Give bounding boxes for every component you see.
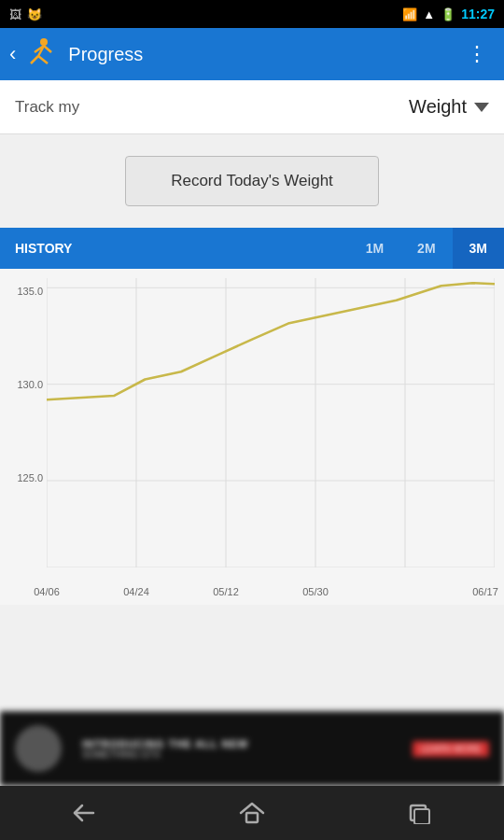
track-type-dropdown[interactable]: Weight — [409, 96, 489, 118]
ad-avatar — [15, 725, 62, 772]
record-weight-button[interactable]: Record Today's Weight — [125, 156, 379, 206]
app-logo — [23, 35, 61, 73]
x-label-2: 04/24 — [123, 586, 149, 597]
x-label-5: 06/17 — [472, 586, 498, 597]
track-my-row: Track my Weight — [0, 80, 504, 134]
ad-banner[interactable]: INTRODUCING THE ALL NEW SOMETHING GTX LE… — [0, 711, 504, 786]
weight-chart: 135.0 130.0 125.0 04/06 04/24 05/12 05/3… — [0, 269, 504, 605]
svg-rect-17 — [246, 813, 258, 822]
status-bar-left: 🖼 😺 — [9, 7, 42, 21]
y-label-130: 130.0 — [0, 379, 43, 390]
tab-2m[interactable]: 2M — [400, 228, 452, 269]
ad-text: INTRODUCING THE ALL NEW SOMETHING GTX — [82, 738, 401, 760]
history-tabs: 1M 2M 3M — [349, 228, 504, 269]
x-label-4: 05/30 — [302, 586, 329, 597]
time-display: 11:27 — [461, 7, 495, 21]
record-button-area: Record Today's Weight — [0, 134, 504, 228]
svg-point-0 — [40, 38, 48, 46]
overflow-menu-button[interactable]: ⋮ — [459, 35, 495, 74]
app-bar: ‹ Progress ⋮ — [0, 28, 504, 80]
dropdown-arrow-icon — [474, 103, 489, 112]
status-bar: 🖼 😺 📶 ▲ 🔋 11:27 — [0, 0, 504, 28]
back-button[interactable]: ‹ — [9, 42, 16, 66]
battery-icon: 🔋 — [441, 7, 455, 21]
y-label-135: 135.0 — [0, 286, 43, 297]
svg-line-4 — [44, 46, 51, 52]
y-label-125: 125.0 — [0, 472, 43, 483]
status-bar-right: 📶 ▲ 🔋 11:27 — [402, 7, 495, 21]
smiley-icon: 😺 — [27, 7, 42, 21]
nav-bar — [0, 786, 504, 840]
svg-line-2 — [31, 56, 38, 63]
x-label-3: 05/12 — [213, 586, 239, 597]
signal-icon: ▲ — [423, 7, 435, 21]
history-label: HISTORY — [0, 241, 349, 256]
ad-line1: INTRODUCING THE ALL NEW — [82, 738, 401, 749]
track-my-label: Track my — [15, 98, 79, 117]
back-nav-button[interactable] — [56, 794, 112, 832]
wifi-icon: 📶 — [402, 7, 417, 21]
ad-line2: SOMETHING GTX — [82, 749, 401, 760]
ad-cta-badge[interactable]: LEARN MORE — [413, 741, 489, 757]
svg-rect-19 — [414, 809, 429, 824]
tab-3m[interactable]: 3M — [453, 228, 504, 269]
home-nav-button[interactable] — [224, 794, 280, 832]
history-bar: HISTORY 1M 2M 3M — [0, 228, 504, 269]
tab-1m[interactable]: 1M — [349, 228, 400, 269]
track-type-value: Weight — [409, 96, 467, 118]
recents-nav-button[interactable] — [392, 794, 448, 832]
photo-icon: 🖼 — [9, 7, 21, 21]
app-title: Progress — [68, 44, 459, 65]
svg-line-3 — [38, 56, 48, 63]
x-label-1: 04/06 — [34, 586, 60, 597]
chart-svg — [47, 278, 495, 567]
